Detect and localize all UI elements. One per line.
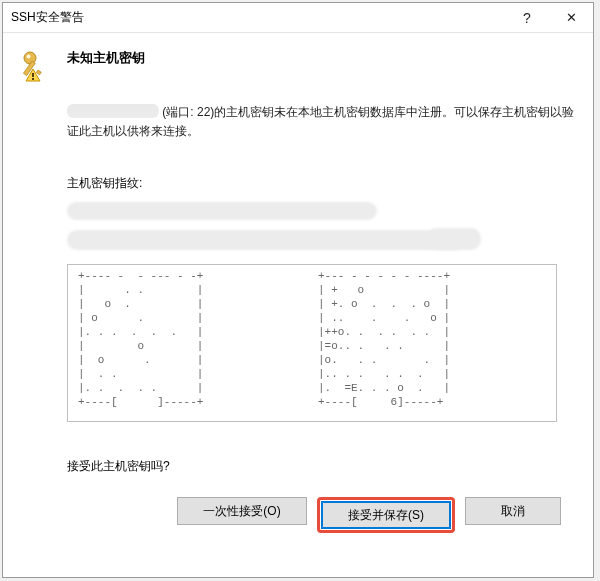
key-warning-icon: [17, 49, 53, 85]
accept-once-button[interactable]: 一次性接受(O): [177, 497, 307, 525]
ssh-warning-dialog: SSH安全警告 ? ✕: [2, 2, 594, 578]
close-button[interactable]: ✕: [549, 3, 593, 33]
fingerprint-redacted: [67, 198, 527, 258]
ascii-left: +---- - - --- - -+ | . . | | o . | | o .…: [78, 269, 288, 409]
dialog-body: 未知主机密钥 (端口: 22)的主机密钥未在本地主机密钥数据库中注册。可以保存主…: [3, 33, 593, 577]
ascii-art-box: +---- - - --- - -+ | . . | | o . | | o .…: [67, 264, 557, 422]
titlebar: SSH安全警告 ? ✕: [3, 3, 593, 33]
help-button[interactable]: ?: [505, 3, 549, 33]
accept-question: 接受此主机密钥吗?: [67, 458, 575, 475]
svg-rect-3: [36, 70, 41, 75]
highlight-frame: 接受并保存(S): [317, 497, 455, 533]
titlebar-title: SSH安全警告: [11, 9, 505, 26]
svg-point-1: [27, 55, 31, 59]
fingerprint-label: 主机密钥指纹:: [67, 175, 575, 192]
svg-rect-5: [32, 78, 34, 80]
button-row: 一次性接受(O) 接受并保存(S) 取消: [17, 485, 575, 545]
cancel-button[interactable]: 取消: [465, 497, 561, 525]
ascii-right: +--- - - - - - ----+ | + o | | +. o . . …: [318, 269, 528, 409]
description: (端口: 22)的主机密钥未在本地主机密钥数据库中注册。可以保存主机密钥以验证此…: [67, 103, 575, 141]
redacted-host: [67, 104, 159, 118]
heading: 未知主机密钥: [67, 49, 145, 67]
accept-save-button[interactable]: 接受并保存(S): [321, 501, 451, 529]
svg-rect-4: [32, 73, 34, 77]
